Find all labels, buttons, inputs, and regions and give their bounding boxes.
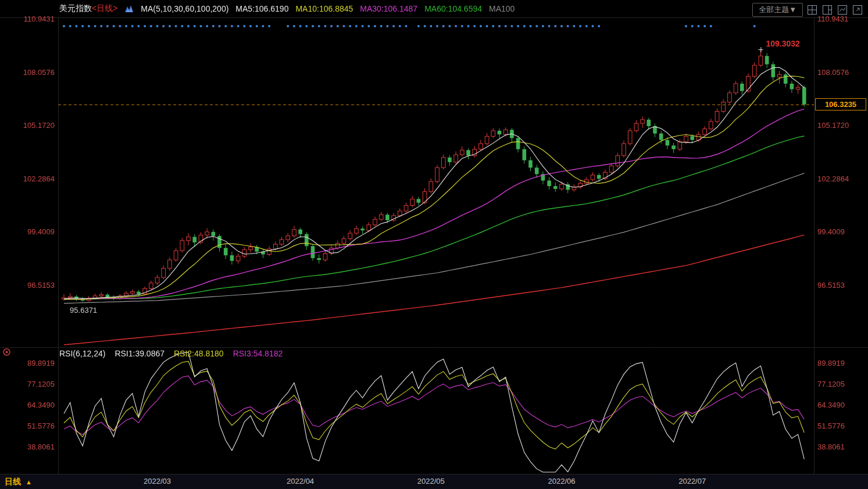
rsi-group-label: RSI(6,12,24) (59, 349, 105, 358)
rsi-axis-label-right: 89.8919 (817, 359, 845, 367)
chart-canvas[interactable] (0, 0, 868, 489)
date-label: 2022/06 (548, 477, 576, 486)
price-axis-label-right: 102.2864 (817, 174, 849, 183)
period-arrow-icon: ▲ (26, 479, 32, 486)
instrument-title: 美元指数 (59, 3, 92, 14)
theme-selector-button[interactable]: 全部主题▼ (752, 3, 803, 17)
price-axis-label-right: 108.0576 (817, 68, 849, 77)
rsi-axis-label-left: 64.3490 (12, 401, 55, 409)
low-price-label: 95.6371 (70, 306, 97, 315)
date-label: 2022/03 (144, 477, 171, 486)
price-axis-label-left: 105.1720 (12, 121, 55, 130)
ma-group-label: MA(5,10,30,60,100,200) (141, 4, 228, 13)
price-axis-label-left: 108.0576 (12, 68, 55, 77)
rsi-axis-label-left: 51.5776 (12, 422, 55, 430)
ma100-label: MA100 (489, 4, 515, 13)
header-controls: 全部主题▼ (752, 3, 863, 17)
period-selector-label: 日线 (5, 477, 21, 487)
layout-split-icon[interactable] (821, 4, 833, 16)
price-axis-label-left: 96.5153 (12, 281, 55, 290)
price-axis-label-right: 96.5153 (817, 281, 845, 290)
layout-chart-icon[interactable] (837, 4, 848, 16)
date-label: 2022/05 (417, 477, 445, 486)
ma10-value: MA10:106.8845 (295, 4, 353, 13)
rsi-axis-label-right: 64.3490 (817, 401, 845, 409)
instrument-title-group: 美元指数 <日线> (59, 3, 117, 14)
price-axis-label-right: 99.4009 (817, 227, 845, 236)
trading-chart-app: 美元指数 <日线> MA(5,10,30,60,100,200) MA5:106… (0, 0, 868, 489)
period-selector[interactable]: 日线 ▲ (5, 477, 32, 487)
layout-grid-icon[interactable] (806, 4, 818, 16)
chart-header: 美元指数 <日线> MA(5,10,30,60,100,200) MA5:106… (0, 0, 515, 17)
price-axis-label-left: 99.4009 (12, 227, 55, 236)
rsi-axis-label-left: 89.8919 (12, 359, 55, 367)
rsi-axis-label-right: 51.5776 (817, 422, 845, 430)
kline-icon (124, 5, 134, 13)
rsi-axis-label-right: 38.8061 (817, 442, 845, 451)
ma5-value: MA5:106.6190 (235, 4, 288, 13)
rsi-axis-label-left: 38.8061 (12, 442, 55, 451)
price-axis-label-left: 102.2864 (12, 174, 55, 183)
last-price-tag: 106.3235 (815, 98, 866, 110)
rsi-axis-label-left: 77.1205 (12, 380, 55, 388)
ma60-value: MA60:104.6594 (424, 4, 482, 13)
indicator-settings-icon[interactable] (2, 348, 11, 359)
ma30-value: MA30:106.1487 (360, 4, 417, 13)
rsi3-value: RSI3:54.8182 (233, 349, 283, 358)
price-axis-label-right: 105.1720 (817, 121, 849, 130)
rsi-axis-label-right: 77.1205 (817, 380, 845, 388)
period-tag: <日线> (92, 3, 117, 14)
date-label: 2022/07 (678, 477, 706, 486)
fullscreen-icon[interactable] (852, 4, 863, 16)
rsi-header: RSI(6,12,24) RSI1:39.0867 RSI2:48.8180 R… (59, 349, 283, 358)
rsi2-value: RSI2:48.8180 (174, 349, 224, 358)
rsi1-value: RSI1:39.0867 (115, 349, 165, 358)
date-label: 2022/04 (287, 477, 314, 486)
high-price-label: 109.3032 (766, 39, 799, 48)
